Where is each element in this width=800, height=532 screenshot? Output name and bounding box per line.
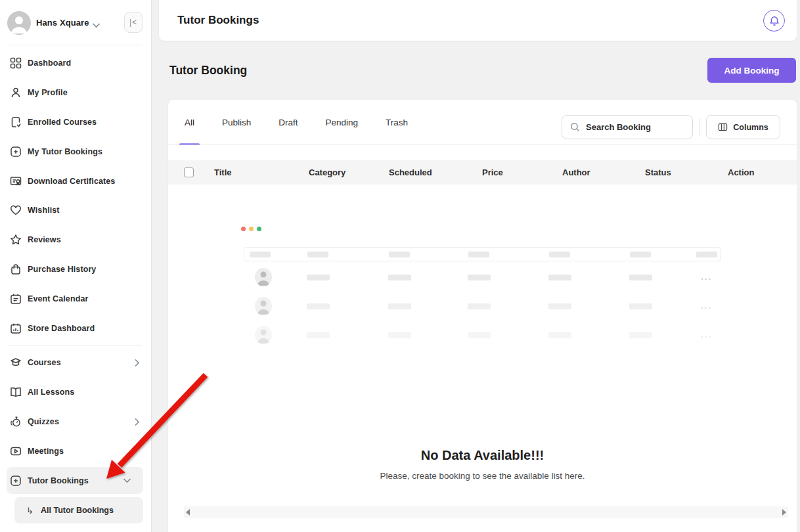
tab-draft[interactable]: Draft xyxy=(278,100,298,145)
profile-row[interactable]: Hans Xquare |< xyxy=(0,9,152,39)
tab-trash[interactable]: Trash xyxy=(386,100,408,145)
heart-icon xyxy=(9,204,22,217)
sidebar-item-label: Dashboard xyxy=(28,58,71,68)
skeleton-avatar xyxy=(255,297,272,315)
toolbar-row: All Publish Draft Pending Trash Columns xyxy=(168,100,797,145)
column-header-category[interactable]: Category xyxy=(309,167,345,177)
column-header-scheduled[interactable]: Scheduled xyxy=(389,167,432,177)
divider xyxy=(9,345,142,346)
sidebar-item-label: My Profile xyxy=(28,88,68,97)
sidebar-item-label: Purchase History xyxy=(28,265,96,274)
tab-pending[interactable]: Pending xyxy=(326,100,359,145)
sidebar-collapse-button[interactable]: |< xyxy=(124,12,143,33)
column-header-title[interactable]: Title xyxy=(214,167,232,177)
page-title: Tutor Booking xyxy=(169,64,247,78)
booking-plus-icon xyxy=(9,145,22,158)
sidebar-item-label: Quizzes xyxy=(28,417,59,426)
sidebar-item-download-certificates[interactable]: Download Certificates xyxy=(0,167,152,196)
profile-icon xyxy=(9,86,22,99)
scroll-right-arrow-icon[interactable] xyxy=(782,509,786,516)
column-header-status[interactable]: Status xyxy=(645,167,671,177)
empty-state-subtitle: Please, create booking to see the availa… xyxy=(168,471,797,481)
sidebar-item-wishlist[interactable]: Wishlist xyxy=(0,196,152,225)
divider xyxy=(700,118,700,136)
sidebar-item-purchase-history[interactable]: Purchase History xyxy=(0,255,152,284)
booking-card: All Publish Draft Pending Trash Columns xyxy=(168,100,797,532)
empty-state-title: No Data Available!!! xyxy=(168,448,797,463)
columns-button[interactable]: Columns xyxy=(706,115,780,139)
avatar[interactable] xyxy=(7,11,31,35)
sidebar-item-store-dashboard[interactable]: Store Dashboard xyxy=(0,314,152,343)
sidebar-item-label: All Tutor Bookings xyxy=(41,506,114,515)
sidebar-item-label: Reviews xyxy=(28,235,61,244)
video-icon xyxy=(9,445,22,458)
window-dot-green xyxy=(257,227,261,231)
divider xyxy=(9,45,142,45)
sidebar-item-enrolled-courses[interactable]: Enrolled Courses xyxy=(0,108,152,137)
columns-button-label: Columns xyxy=(733,123,768,132)
sidebar-item-my-profile[interactable]: My Profile xyxy=(0,78,152,107)
search-box[interactable] xyxy=(562,115,693,139)
sidebar-item-dashboard[interactable]: Dashboard xyxy=(0,49,152,78)
chevron-right-icon xyxy=(134,418,140,426)
skeleton-avatar xyxy=(255,326,272,344)
add-booking-button[interactable]: Add Booking xyxy=(707,58,796,83)
sidebar-item-label: All Lessons xyxy=(28,388,74,397)
chevron-down-icon[interactable] xyxy=(92,19,100,31)
bag-icon xyxy=(9,263,22,276)
app-root: Hans Xquare |< Dashboard My Profile Enro… xyxy=(0,0,800,532)
stopwatch-icon xyxy=(9,415,22,428)
sidebar-item-label: Enrolled Courses xyxy=(28,118,97,127)
status-tabs: All Publish Draft Pending Trash xyxy=(185,100,408,145)
tab-publish[interactable]: Publish xyxy=(222,100,251,145)
sidebar-item-label: Download Certificates xyxy=(28,177,115,186)
user-name: Hans Xquare xyxy=(36,18,89,28)
chevron-down-icon xyxy=(123,477,131,483)
sidebar-item-label: Courses xyxy=(28,358,61,367)
person-icon xyxy=(7,11,31,35)
tab-all[interactable]: All xyxy=(185,100,194,145)
book-icon xyxy=(9,386,22,399)
calendar-icon xyxy=(9,292,22,305)
sidebar-item-reviews[interactable]: Reviews xyxy=(0,225,152,254)
skeleton-row: ... xyxy=(244,326,721,345)
select-all-checkbox[interactable] xyxy=(184,167,194,177)
scroll-left-arrow-icon[interactable] xyxy=(186,509,190,516)
sidebar-item-courses[interactable]: Courses xyxy=(0,348,152,377)
empty-state-illustration: ... ... ... xyxy=(236,219,722,353)
search-input[interactable] xyxy=(586,122,684,132)
sidebar-item-all-lessons[interactable]: All Lessons xyxy=(0,378,152,407)
sidebar-item-quizzes[interactable]: Quizzes xyxy=(0,407,152,436)
sidebar-item-tutor-bookings[interactable]: Tutor Bookings xyxy=(7,467,143,494)
window-dot-red xyxy=(241,227,246,231)
certificate-icon xyxy=(9,175,22,188)
bell-icon xyxy=(768,15,780,27)
page-heading-row: Tutor Booking Add Booking xyxy=(168,55,797,85)
sidebar-item-label: Tutor Bookings xyxy=(28,476,89,485)
sidebar-item-event-calendar[interactable]: Event Calendar xyxy=(0,284,152,313)
skeleton-avatar xyxy=(255,268,272,286)
sidebar-item-all-tutor-bookings[interactable]: ↳ All Tutor Bookings xyxy=(14,497,143,523)
horizontal-scrollbar[interactable] xyxy=(184,506,788,518)
skeleton-more-dots: ... xyxy=(701,330,712,340)
columns-icon xyxy=(718,122,728,132)
sidebar-item-label: My Tutor Bookings xyxy=(28,147,102,156)
sidebar-item-meetings[interactable]: Meetings xyxy=(0,437,152,466)
column-header-author[interactable]: Author xyxy=(562,167,590,177)
skeleton-header-row xyxy=(244,247,721,261)
column-header-price[interactable]: Price xyxy=(482,167,503,177)
sidebar-item-label: Event Calendar xyxy=(28,294,88,303)
table-header-row: Title Category Scheduled Price Author St… xyxy=(168,160,797,185)
sidebar-item-my-tutor-bookings[interactable]: My Tutor Bookings xyxy=(0,137,152,166)
sub-level-arrow-icon: ↳ xyxy=(26,506,33,516)
topbar: Tutor Bookings xyxy=(159,0,797,41)
column-header-action[interactable]: Action xyxy=(728,167,754,177)
notification-button[interactable] xyxy=(763,10,785,32)
star-icon xyxy=(9,233,22,246)
sidebar-item-label: Wishlist xyxy=(28,206,60,215)
sidebar-item-label: Meetings xyxy=(28,447,64,456)
booking-plus-icon xyxy=(9,474,22,487)
search-icon xyxy=(570,122,580,132)
skeleton-more-dots: ... xyxy=(701,272,712,282)
skeleton-row: ... xyxy=(244,268,721,288)
